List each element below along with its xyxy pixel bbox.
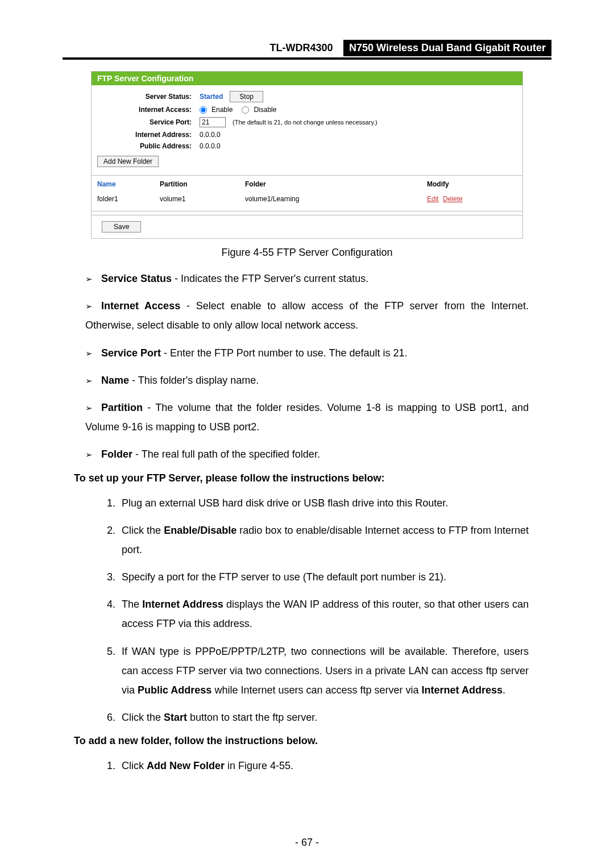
th-partition: Partition <box>160 180 245 188</box>
figure-caption: Figure 4-55 FTP Server Configuration <box>63 247 551 259</box>
page-number: - 67 - <box>0 837 614 849</box>
delete-link[interactable]: Delete <box>443 195 463 203</box>
model-label: TL-WDR4300 <box>265 40 338 56</box>
steps2-list: Click Add New Folder in Figure 4-55. <box>85 756 529 775</box>
list-item: Click the Start button to start the ftp … <box>118 708 529 727</box>
td-name: folder1 <box>97 195 160 203</box>
section1-heading: To set up your FTP Server, please follow… <box>74 472 551 484</box>
add-new-folder-button[interactable]: Add New Folder <box>97 156 159 167</box>
radio-enable[interactable] <box>200 106 207 114</box>
edit-link[interactable]: Edit <box>427 195 439 203</box>
ftp-config-panel: FTP Server Configuration Server Status: … <box>91 71 523 239</box>
bullet-item: Service Status - Indicates the FTP Serve… <box>85 269 529 288</box>
list-item: The Internet Address displays the WAN IP… <box>118 595 529 633</box>
label-internet-access: Internet Access: <box>97 106 200 114</box>
th-modify: Modify <box>427 180 495 188</box>
list-item: If WAN type is PPPoE/PPTP/L2TP, two conn… <box>118 642 529 700</box>
internet-address-value: 0.0.0.0 <box>200 131 221 139</box>
table-row: folder1 volume1 volume1/Learning Edit De… <box>97 190 512 205</box>
list-item: Specify a port for the FTP server to use… <box>118 567 529 587</box>
bullet-item: Folder - The real full path of the speci… <box>85 445 529 464</box>
list-item: Click Add New Folder in Figure 4-55. <box>118 756 529 775</box>
public-address-value: 0.0.0.0 <box>200 142 221 150</box>
service-port-note: (The default is 21, do not change unless… <box>233 119 377 126</box>
label-internet-address: Internet Address: <box>97 131 200 139</box>
list-item: Click the Enable/Disable radio box to en… <box>118 521 529 559</box>
td-folder: volume1/Learning <box>245 195 427 203</box>
status-started: Started <box>200 93 223 101</box>
section2-heading: To add a new folder, follow the instruct… <box>74 735 551 747</box>
label-server-status: Server Status: <box>97 93 200 101</box>
doc-header: TL-WDR4300 N750 Wireless Dual Band Gigab… <box>63 40 551 60</box>
stop-button[interactable]: Stop <box>230 91 263 102</box>
service-port-input[interactable] <box>200 117 226 127</box>
bullet-item: Partition - The volume that the folder r… <box>85 398 529 437</box>
bullet-list: Service Status - Indicates the FTP Serve… <box>85 269 529 464</box>
save-button[interactable]: Save <box>102 221 141 232</box>
label-public-address: Public Address: <box>97 142 200 150</box>
panel-title: FTP Server Configuration <box>92 72 522 85</box>
th-name: Name <box>97 180 160 188</box>
steps1-list: Plug an external USB hard disk drive or … <box>85 493 529 728</box>
radio-disable[interactable] <box>242 106 249 114</box>
bullet-item: Service Port - Enter the FTP Port number… <box>85 343 529 363</box>
th-folder: Folder <box>245 180 427 188</box>
product-label: N750 Wireless Dual Band Gigabit Router <box>343 40 551 56</box>
label-service-port: Service Port: <box>97 118 200 126</box>
td-partition: volume1 <box>160 195 245 203</box>
bullet-item: Name - This folder's display name. <box>85 371 529 390</box>
folder-table-header: Name Partition Folder Modify <box>97 176 512 190</box>
list-item: Plug an external USB hard disk drive or … <box>118 493 529 513</box>
radio-enable-label: Enable <box>211 106 233 114</box>
bullet-item: Internet Access - Select enable to allow… <box>85 296 529 335</box>
radio-disable-label: Disable <box>254 106 276 114</box>
